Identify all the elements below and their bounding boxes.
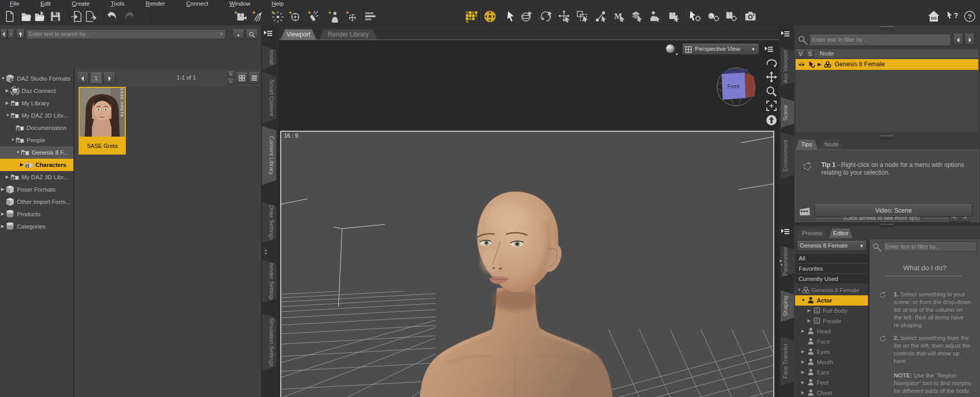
dock-splitter-arrows-right[interactable]: ▶▼ [780, 259, 783, 267]
tree-item-poser-formats[interactable]: ▶Poser Formats [0, 183, 73, 196]
undo-icon[interactable] [106, 10, 119, 23]
shape-node-feet[interactable]: ▶Feet [795, 377, 868, 388]
open-file-icon[interactable] [20, 10, 33, 23]
tab-simulation-settings[interactable]: Simulation Settings [262, 313, 276, 371]
pan-camera-icon[interactable] [765, 71, 778, 83]
scene-next-button[interactable] [965, 34, 974, 45]
video-scene-button[interactable]: Video: Scene [815, 204, 972, 217]
tab-render-library[interactable]: Render Library [319, 29, 377, 40]
column-selectability[interactable]: S [806, 50, 814, 58]
orbit-camera-icon[interactable] [765, 56, 778, 69]
tree-item-daz-connect[interactable]: ▶Daz Connect [0, 85, 73, 97]
scale-tool-icon[interactable] [576, 10, 589, 23]
node-tool-settings-icon[interactable] [688, 10, 702, 23]
tab-render-settings[interactable]: Render Settings [262, 259, 276, 303]
daz-home-icon[interactable]: DS [927, 10, 940, 23]
tree-item-categories[interactable]: ▶Categories [0, 220, 73, 233]
filter-currently-used[interactable]: Currently Used [795, 274, 868, 284]
shape-node-actor[interactable]: ▼Actor [795, 295, 868, 306]
panel-grip[interactable] [880, 26, 894, 29]
uv-view-icon[interactable] [464, 10, 478, 23]
help-icon[interactable]: ? [963, 10, 976, 23]
search-input[interactable]: Enter text to search by...▼ [26, 29, 225, 39]
panel-grip-2[interactable] [880, 224, 894, 227]
viewport-options-icon[interactable] [764, 45, 774, 53]
new-null-icon[interactable]: + [345, 10, 359, 23]
shape-node-mouth[interactable]: ▶Mouth [795, 357, 868, 367]
reset-camera-icon[interactable] [765, 114, 778, 126]
tab-install[interactable]: Install [262, 45, 276, 69]
tree-item-genesis-8-f[interactable]: ▼Genesis 8 F... [0, 146, 73, 159]
new-distant-light-icon[interactable]: + [288, 10, 301, 23]
tree-item-people[interactable]: ▼People [0, 134, 73, 146]
zoom-out-button[interactable]: − [228, 79, 234, 85]
twist-tool-icon[interactable] [540, 10, 553, 23]
tree-item-documentation[interactable]: Documentation [0, 122, 73, 134]
filter-all[interactable]: All [795, 254, 868, 263]
menu-help[interactable]: Help [262, 0, 294, 7]
zoom-camera-icon[interactable] [765, 85, 778, 98]
list-view-button[interactable] [249, 72, 260, 84]
search-go-button[interactable] [246, 29, 258, 39]
universal-tool-icon[interactable] [483, 10, 497, 23]
tree-item-characters[interactable]: ▶Characters [0, 159, 73, 171]
new-point-light-icon[interactable]: + [271, 10, 284, 23]
tab-node[interactable]: Node [820, 140, 843, 149]
redo-icon[interactable] [122, 10, 136, 23]
rotate-tool-icon[interactable] [520, 10, 533, 23]
shaping-filter-input[interactable]: Enter text to filter by... [883, 241, 977, 252]
shape-node-head[interactable]: ▶Head [795, 326, 868, 336]
tab-environment[interactable]: Environment [781, 132, 795, 179]
lighting-sphere-icon[interactable]: ▼ [665, 44, 676, 55]
menu-tools[interactable]: Tools [101, 0, 135, 7]
shape-node-genesis-8-female[interactable]: ▼Genesis 8 Female [795, 285, 868, 295]
scene-list-icon[interactable] [364, 10, 377, 23]
shape-node-eyes[interactable]: ▶Eyes [795, 347, 868, 357]
new-file-icon[interactable] [3, 10, 16, 23]
search-forward-button[interactable] [8, 29, 14, 39]
tab-face-transfer[interactable]: Face Transfer [781, 336, 795, 386]
save-file-icon[interactable] [49, 10, 62, 23]
export-file-icon[interactable] [84, 10, 98, 23]
scene-prev-button[interactable] [953, 34, 963, 45]
new-camera-icon[interactable]: + [234, 10, 247, 23]
tree-item-my-daz-3d-library[interactable]: ▼My DAZ 3D Libr... [0, 109, 73, 122]
shape-node-chest[interactable]: ▶Chest [795, 388, 868, 397]
shaping-group-options-icon[interactable] [781, 228, 790, 236]
menu-window[interactable]: Window [220, 0, 260, 7]
menu-render[interactable]: Render [136, 0, 175, 7]
shape-node-full-body[interactable]: ▶Full Body [795, 306, 868, 316]
tab-shaping[interactable]: Shaping [781, 290, 795, 322]
translate-tool-icon[interactable] [558, 10, 571, 23]
filter-favorites[interactable]: Favorites [795, 264, 868, 274]
new-spotlight-icon[interactable]: + [252, 10, 265, 23]
splitter-grip[interactable] [880, 136, 894, 139]
menu-connect[interactable]: Connect [177, 0, 218, 7]
menu-file[interactable]: File [0, 0, 29, 7]
tab-tips[interactable]: Tips [796, 140, 818, 149]
context-help-icon[interactable]: ? [945, 10, 958, 23]
tab-scene[interactable]: Scene [781, 97, 795, 128]
scene-node-genesis-8-female[interactable]: ▶ Genesis 8 Female [796, 59, 978, 70]
tab-draw-settings[interactable]: Draw Settings [262, 202, 276, 243]
figure-selection-tool-icon[interactable] [648, 10, 662, 23]
zoom-in-button[interactable]: + [228, 71, 234, 78]
search-back-button[interactable] [1, 29, 7, 39]
tab-content-library[interactable]: Content Library [262, 126, 276, 185]
tab-aux-viewport[interactable]: Aux Viewport [781, 47, 795, 86]
surface-settings-icon[interactable] [707, 10, 720, 23]
import-file-icon[interactable] [70, 10, 83, 23]
tree-item-my-daz-3d-library-2[interactable]: ▶My DAZ 3D Libr... [0, 171, 73, 183]
tree-item-my-library[interactable]: ▶My Library [0, 97, 73, 109]
surface-selection-tool-icon[interactable] [630, 10, 644, 23]
shape-node-people[interactable]: ▶People [795, 316, 868, 326]
page-prev-button[interactable] [77, 72, 89, 84]
render-icon[interactable] [744, 10, 758, 23]
page-next-button[interactable] [103, 72, 116, 84]
camera-selection-tool-icon[interactable] [667, 10, 681, 23]
search-up-button[interactable] [16, 29, 25, 39]
page-number-button[interactable]: 1 [90, 72, 102, 84]
tab-presets[interactable]: Presets [797, 229, 827, 238]
column-visibility[interactable]: V [797, 50, 805, 58]
new-figure-icon[interactable]: + [328, 10, 341, 23]
